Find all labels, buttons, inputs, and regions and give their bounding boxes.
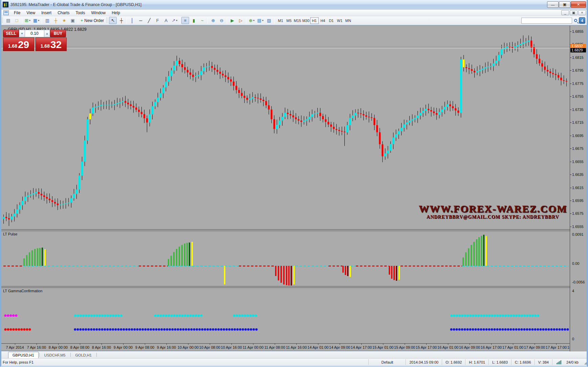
timeframe-d1[interactable]: D1	[327, 17, 336, 24]
candle-body	[512, 47, 513, 48]
indicators-button[interactable]: ⊕▾	[248, 17, 255, 24]
candle-body	[138, 110, 140, 112]
vertical-line-button[interactable]: │	[128, 17, 136, 24]
tab-gold-h1[interactable]: GOLD,H1	[71, 352, 96, 358]
gamma-dot	[485, 328, 488, 331]
gamma-dot	[115, 315, 117, 317]
candle-body	[306, 119, 308, 121]
volume-input[interactable]	[25, 30, 44, 37]
community-badge[interactable]: 4	[579, 17, 585, 24]
window-bottom-edge	[0, 366, 588, 367]
toolbar-drag-handle[interactable]	[106, 18, 108, 24]
main-price-panel[interactable]: ▲GBPUSD,H1 1.6823 1.6835 1.6822 1.6829 S…	[1, 26, 570, 229]
favorites-button[interactable]: ★	[60, 17, 68, 24]
templates-button[interactable]: ▨	[265, 17, 273, 24]
timeframe-h4[interactable]: H4	[319, 17, 327, 24]
navigator-button[interactable]: ┼	[52, 17, 60, 24]
menu-item-insert[interactable]: Insert	[38, 10, 54, 16]
mdi-restore-button[interactable]: ▣	[570, 10, 578, 15]
periods-button[interactable]: ▤▾	[256, 17, 264, 24]
bar-chart-button[interactable]: ≡	[181, 17, 189, 24]
timeframe-mn[interactable]: MN	[344, 17, 353, 24]
candle-body	[38, 192, 40, 194]
timeframe-m1[interactable]: M1	[276, 17, 285, 24]
candle-body	[430, 110, 432, 112]
candle-body	[346, 125, 348, 132]
time-tick-label: 16 Apr 01:00	[437, 345, 458, 349]
auto-scroll-button[interactable]: ▶	[228, 17, 236, 24]
timeframe-m15[interactable]: M15	[293, 17, 302, 24]
profiles-button[interactable]: ▦▾	[32, 17, 40, 24]
candle-body	[65, 203, 67, 204]
panel-separator[interactable]	[1, 286, 570, 288]
zoom-in-button[interactable]: ⊕	[209, 17, 217, 24]
cursor-button[interactable]: ↖	[109, 17, 117, 24]
new-order-button[interactable]: +New Order	[80, 17, 105, 24]
timeframe-m30[interactable]: M30	[302, 17, 310, 24]
gamma-dot	[181, 315, 184, 317]
trendline-button[interactable]: ╱	[145, 17, 153, 24]
restore-button[interactable]: ▣	[559, 1, 570, 8]
fibonacci-button[interactable]: F	[154, 17, 161, 24]
market-watch-button[interactable]: ▥	[43, 17, 51, 24]
text-button[interactable]: A	[162, 17, 170, 24]
menu-item-file[interactable]: File	[11, 10, 23, 16]
time-axis[interactable]: 7 Apr 20147 Apr 16:008 Apr 00:008 Apr 08…	[1, 343, 570, 351]
menu-item-window[interactable]: Window	[88, 10, 109, 16]
candle-body	[395, 134, 397, 138]
buy-price[interactable]: 1.6832	[36, 38, 67, 51]
volume-up-button[interactable]: ▲	[44, 30, 50, 37]
print-button[interactable]: ▤	[4, 17, 12, 24]
candle-body	[276, 125, 278, 129]
gamma-dot	[561, 328, 564, 331]
horizontal-line-button[interactable]: ─	[137, 17, 144, 24]
price-axis[interactable]: 1.6832 1.6829 1.68551.68351.68151.67951.…	[570, 26, 587, 351]
tab-divider	[70, 353, 71, 357]
chart-shift-button[interactable]: ▷	[237, 17, 245, 24]
pulse-indicator-panel[interactable]: LT Pulse	[1, 231, 570, 286]
timeframe-h1[interactable]: H1	[310, 17, 319, 24]
gamma-dot	[534, 328, 537, 331]
menu-item-view[interactable]: View	[23, 10, 38, 16]
panel-separator[interactable]	[1, 229, 570, 231]
close-button[interactable]: ✕	[571, 1, 586, 8]
zoom-out-button[interactable]: ⊖	[218, 17, 225, 24]
arrows-button[interactable]: ↗▾	[171, 17, 178, 24]
candle-body	[311, 114, 313, 117]
menu-item-charts[interactable]: Charts	[54, 10, 72, 16]
new-chart-button[interactable]: ⊞▾	[24, 17, 31, 24]
gamma-dot	[85, 315, 87, 317]
menu-item-tools[interactable]: Tools	[73, 10, 88, 16]
buy-button[interactable]: BUY	[50, 30, 66, 37]
plot-area[interactable]: ▲GBPUSD,H1 1.6823 1.6835 1.6822 1.6829 S…	[1, 26, 570, 351]
price-tick-label: 1.6615	[572, 186, 584, 190]
timeframe-w1[interactable]: W1	[336, 17, 344, 24]
menu-item-help[interactable]: Help	[109, 10, 123, 16]
gamma-indicator-panel[interactable]: LT GammaConfirmation	[1, 288, 570, 343]
search-icon[interactable]	[572, 17, 579, 24]
sell-price[interactable]: 1.6829	[3, 38, 34, 51]
candle-body	[401, 128, 402, 131]
candle-body	[165, 82, 167, 87]
resize-grip[interactable]: ◢	[582, 360, 587, 365]
toolbar-drag-handle[interactable]	[2, 18, 3, 24]
volume-down-button[interactable]: ▼	[19, 30, 25, 37]
mdi-close-button[interactable]: ×	[578, 10, 586, 15]
mdi-minimize-button[interactable]: _	[561, 10, 569, 15]
timeframe-m5[interactable]: M5	[285, 17, 293, 24]
minimize-button[interactable]: —	[547, 1, 559, 8]
search-input[interactable]	[521, 18, 572, 24]
sell-button[interactable]: SELL	[3, 30, 19, 37]
crosshair-button[interactable]: ┼	[117, 17, 125, 24]
line-chart-button[interactable]: ~	[198, 17, 206, 24]
tab-usdchf-m5[interactable]: USDCHF,M5	[40, 352, 70, 358]
candle-body	[211, 66, 213, 68]
bar-time-cell: 2014.04.15 09:00	[406, 359, 442, 365]
tab-gbpusd-h1[interactable]: GBPUSD,H1	[8, 352, 39, 358]
time-tick-label: 11 Apr 16:00	[286, 345, 307, 349]
candlestick-chart-button[interactable]: ▮	[190, 17, 198, 24]
candle-body	[476, 71, 478, 72]
gamma-dot	[548, 328, 550, 331]
print-preview-button[interactable]: □	[13, 17, 21, 24]
terminal-button[interactable]: ▣	[69, 17, 76, 24]
